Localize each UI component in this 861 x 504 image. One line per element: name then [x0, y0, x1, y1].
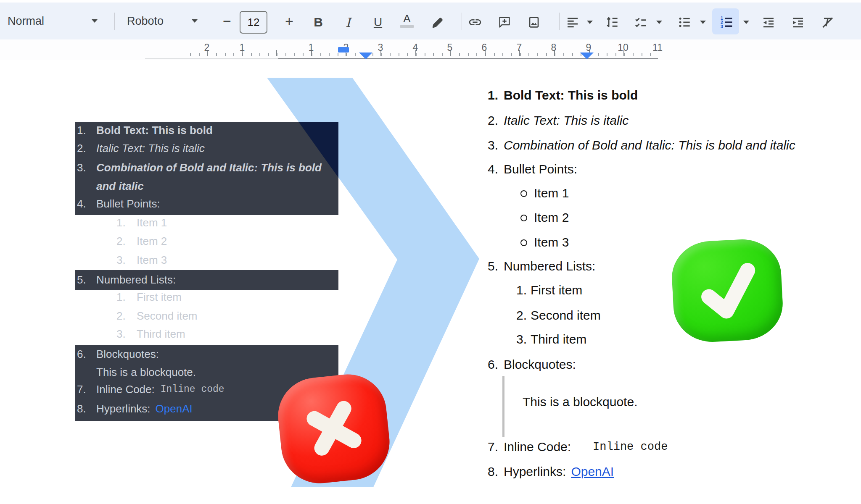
after-text: Blockquotes:: [504, 356, 576, 373]
add-comment-button[interactable]: [496, 14, 513, 31]
chevron-down-icon: [656, 21, 662, 24]
before-row: This is a blockquote.: [96, 363, 196, 381]
after-bullet-item: Item 3: [520, 234, 569, 251]
decrease-indent-icon: [762, 16, 775, 29]
list-number: 5.: [488, 258, 504, 275]
after-blockquote-text: This is a blockquote.: [523, 394, 637, 410]
paragraph-style-label: Normal: [8, 15, 44, 28]
numbered-list-icon: 1 2 3: [719, 15, 734, 29]
list-number: 6.: [77, 345, 96, 363]
font-selector[interactable]: Roboto: [127, 3, 198, 39]
before-sub-item: 2. Item 2: [116, 232, 167, 250]
before-text: First item: [137, 288, 182, 306]
ruler-number: 2: [204, 42, 210, 53]
after-italic-text: Combination of Bold and Italic: This is …: [504, 137, 795, 154]
before-row: 5. Numbered Lists:: [77, 270, 176, 289]
align-button[interactable]: [564, 14, 581, 31]
align-dropdown-caret[interactable]: [584, 14, 595, 31]
after-text: Hyperlinks:: [504, 463, 566, 480]
numbered-list-dropdown-caret[interactable]: [741, 14, 752, 31]
checklist-button[interactable]: [632, 14, 649, 31]
ruler-number: 11: [652, 42, 663, 53]
red-x-mark-icon[interactable]: [275, 370, 394, 487]
toolbar-divider: [462, 13, 462, 30]
check-glyph: [679, 245, 775, 337]
before-text: Numbered Lists:: [96, 270, 176, 289]
bulleted-list-dropdown-caret[interactable]: [697, 14, 708, 31]
checklist-icon: [634, 16, 647, 29]
chevron-down-icon: [587, 21, 593, 24]
align-left-icon: [566, 16, 579, 29]
after-bullet-item: Item 2: [520, 209, 569, 226]
first-line-indent-marker[interactable]: [338, 47, 349, 52]
checklist-dropdown-caret[interactable]: [654, 14, 665, 31]
before-italic-text: Italic Text: This is italic: [96, 139, 205, 158]
after-text: Numbered Lists:: [504, 258, 595, 275]
right-indent-marker[interactable]: [580, 52, 594, 59]
italic-button[interactable]: I: [340, 14, 357, 31]
before-text: Bullet Points:: [96, 194, 160, 213]
before-text: Hyperlinks:: [96, 399, 151, 418]
before-text: Item 3: [137, 251, 167, 269]
text-color-button[interactable]: A: [399, 12, 415, 29]
toolbar-divider: [114, 13, 115, 30]
decrease-font-size-button[interactable]: −: [218, 3, 236, 39]
bulleted-list-button[interactable]: [676, 14, 693, 31]
paragraph-style-selector[interactable]: Normal: [8, 3, 100, 39]
ruler-number: 8: [551, 42, 557, 53]
formatting-toolbar: Normal Roboto − 12 + B I U A: [0, 3, 861, 39]
list-number: 3.: [116, 325, 137, 343]
ruler-number: 1: [309, 42, 314, 53]
before-sub-item: 1. First item: [116, 288, 182, 306]
list-number: 5.: [77, 270, 96, 289]
highlight-color-button[interactable]: [429, 14, 446, 31]
font-name-label: Roboto: [127, 15, 164, 28]
insert-link-button[interactable]: [467, 14, 483, 31]
after-text: Third item: [531, 331, 586, 348]
increase-indent-button[interactable]: [790, 14, 806, 31]
underline-icon: U: [374, 16, 382, 29]
chevron-down-icon: [743, 21, 749, 24]
after-row: 8. Hyperlinks: OpenAI: [488, 463, 614, 480]
insert-link-icon: [468, 15, 482, 29]
ruler-margin-line-left: [145, 58, 278, 59]
hollow-bullet-icon: [520, 190, 527, 197]
ruler-number: 10: [618, 42, 629, 53]
after-numbered-item: 2. Second item: [516, 307, 601, 324]
add-comment-icon: [498, 16, 511, 29]
after-numbered-item: 3. Third item: [516, 331, 586, 348]
insert-image-button[interactable]: [526, 14, 542, 31]
list-number: 1.: [77, 121, 96, 139]
before-openai-link[interactable]: OpenAI: [156, 399, 193, 418]
decrease-indent-button[interactable]: [760, 14, 777, 31]
before-row: 8. Hyperlinks: OpenAI: [77, 399, 193, 418]
before-sub-item: 2. Second item: [116, 307, 198, 325]
svg-text:3: 3: [721, 24, 723, 29]
ruler-margin-line-main: [278, 58, 658, 59]
chevron-down-icon: [192, 19, 198, 23]
increase-font-size-button[interactable]: +: [280, 3, 298, 39]
after-openai-link[interactable]: OpenAI: [571, 463, 614, 480]
after-text: Item 1: [534, 185, 569, 202]
before-text: Item 1: [137, 213, 167, 232]
left-indent-marker[interactable]: [359, 52, 372, 59]
ruler-number: 6: [482, 42, 487, 53]
list-number: 2.: [516, 307, 531, 324]
after-text: Item 2: [534, 209, 569, 226]
list-number: 7.: [77, 380, 96, 399]
clear-formatting-icon: [821, 16, 834, 29]
clear-formatting-button[interactable]: [819, 14, 836, 31]
green-check-mark-icon[interactable]: [670, 237, 784, 344]
before-bold-italic-text: Combination of Bold and Italic: This is …: [96, 158, 325, 195]
list-number: 1.: [488, 87, 504, 104]
line-spacing-button[interactable]: [604, 14, 621, 31]
after-row: 4. Bullet Points:: [488, 161, 577, 178]
numbered-list-button[interactable]: 1 2 3: [718, 14, 735, 31]
chevron-down-icon: [92, 19, 98, 23]
font-size-input[interactable]: 12: [240, 11, 267, 34]
underline-button[interactable]: U: [370, 14, 386, 31]
after-row: 2. Italic Text: This is italic: [488, 112, 629, 129]
bold-button[interactable]: B: [310, 14, 327, 31]
list-number: 2.: [116, 232, 137, 250]
ruler-number: 3: [378, 42, 383, 53]
